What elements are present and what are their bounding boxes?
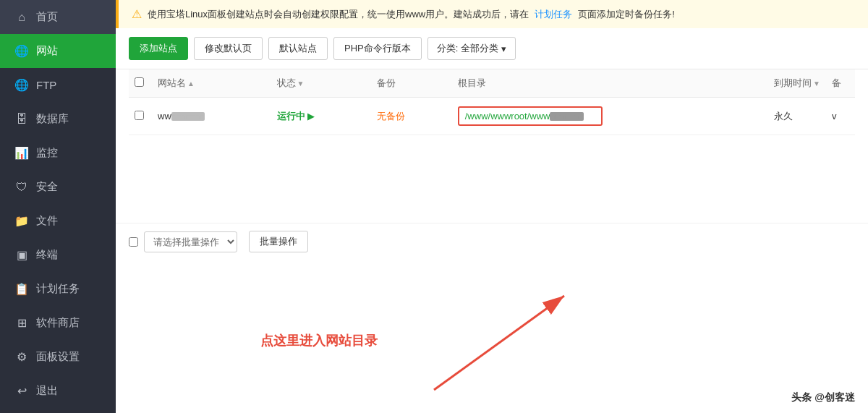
sidebar-item-logout[interactable]: ↩ 退出 — [0, 374, 116, 408]
site-expiry: 永久 — [774, 111, 793, 122]
col-status-header[interactable]: 状态 ▼ — [277, 77, 305, 90]
sidebar-label-ftp: FTP — [36, 79, 56, 91]
site-backup: 无备份 — [377, 111, 405, 122]
sidebar-label-logout: 退出 — [36, 384, 58, 398]
col-status-label: 状态 — [277, 77, 296, 90]
sidebar-label-website: 网站 — [36, 44, 58, 58]
sidebar-label-cron: 计划任务 — [36, 282, 80, 296]
category-label: 分类: 全部分类 — [437, 42, 498, 55]
sidebar-item-panel[interactable]: ⚙ 面板设置 — [0, 340, 116, 374]
sidebar-label-security: 安全 — [36, 180, 58, 194]
modify-default-button[interactable]: 修改默认页 — [194, 37, 263, 60]
svg-line-1 — [434, 296, 564, 390]
website-icon: 🌐 — [14, 44, 29, 58]
monitor-icon: 📊 — [14, 146, 29, 160]
cron-icon: 📋 — [14, 282, 29, 296]
site-rootdir[interactable]: /www/wwwroot/www■■■■■■■ — [458, 106, 603, 126]
add-site-button[interactable]: 添加站点 — [129, 37, 188, 60]
toolbar: 添加站点 修改默认页 默认站点 PHP命令行版本 分类: 全部分类 ▾ — [116, 28, 868, 69]
sidebar-label-panel: 面板设置 — [36, 350, 80, 364]
name-sort-icon: ▲ — [187, 80, 195, 88]
col-ops-label: 备 — [832, 77, 841, 88]
sidebar: ⌂ 首页 🌐 网站 🌐 FTP 🗄 数据库 📊 监控 🛡 安全 📁 文件 ▣ 终… — [0, 0, 116, 413]
col-rootdir-label: 根目录 — [458, 77, 486, 88]
sidebar-item-database[interactable]: 🗄 数据库 — [0, 102, 116, 136]
database-icon: 🗄 — [14, 113, 29, 126]
select-all-checkbox[interactable] — [135, 77, 144, 87]
appstore-icon: ⊞ — [14, 316, 29, 330]
col-expiry-header[interactable]: 到期时间 ▼ — [774, 77, 820, 90]
col-name-label: 网站名 — [158, 77, 186, 90]
sidebar-item-home[interactable]: ⌂ 首页 — [0, 0, 116, 34]
sidebar-label-appstore: 软件商店 — [36, 316, 80, 330]
watermark: 头条 @创客迷 — [791, 391, 855, 404]
col-name-header[interactable]: 网站名 ▲ — [158, 77, 195, 90]
annotation-arrow — [376, 281, 608, 397]
sidebar-item-appstore[interactable]: ⊞ 软件商店 — [0, 306, 116, 340]
chevron-down-icon: ▾ — [501, 43, 506, 54]
content-area: ⚠ 使用宝塔Linux面板创建站点时会自动创建权限配置，统一使用www用户。建站… — [116, 0, 868, 413]
sidebar-label-home: 首页 — [36, 10, 58, 24]
status-arrow-icon: ▶ — [307, 111, 315, 122]
sidebar-item-terminal[interactable]: ▣ 终端 — [0, 238, 116, 272]
files-icon: 📁 — [14, 214, 29, 228]
site-rootdir-cell: /www/wwwroot/www■■■■■■■ — [452, 98, 768, 135]
col-backup-label: 备份 — [377, 77, 396, 88]
table-row: ww■■■■■■■ 运行中 ▶ 无备份 /www/wwwroot/www■■■■… — [129, 98, 855, 135]
security-icon: 🛡 — [14, 181, 29, 194]
batch-row: 请选择批量操作 批量操作 — [116, 223, 868, 260]
logout-icon: ↩ — [14, 384, 29, 398]
annotation-area: 点这里进入网站目录 — [116, 260, 868, 413]
batch-checkbox[interactable] — [129, 237, 138, 247]
sidebar-item-ftp[interactable]: 🌐 FTP — [0, 68, 116, 102]
php-version-button[interactable]: PHP命令行版本 — [333, 37, 422, 60]
annotation-text: 点这里进入网站目录 — [260, 332, 378, 349]
batch-select[interactable]: 请选择批量操作 — [144, 231, 237, 252]
terminal-icon: ▣ — [14, 248, 29, 262]
alert-icon: ⚠ — [132, 7, 142, 21]
status-sort-icon: ▼ — [297, 80, 305, 88]
site-name: ww■■■■■■■ — [158, 111, 205, 122]
main-content: ⚠ 使用宝塔Linux面板创建站点时会自动创建权限配置，统一使用www用户。建站… — [116, 0, 868, 413]
sidebar-label-terminal: 终端 — [36, 248, 58, 262]
sidebar-label-monitor: 监控 — [36, 146, 58, 160]
sidebar-item-website[interactable]: 🌐 网站 — [0, 34, 116, 68]
sidebar-item-security[interactable]: 🛡 安全 — [0, 170, 116, 204]
sidebar-item-monitor[interactable]: 📊 监控 — [0, 136, 116, 170]
home-icon: ⌂ — [14, 11, 29, 24]
category-dropdown[interactable]: 分类: 全部分类 ▾ — [427, 37, 516, 60]
panel-icon: ⚙ — [14, 350, 29, 364]
sidebar-label-files: 文件 — [36, 214, 58, 228]
row-checkbox[interactable] — [135, 111, 144, 120]
sidebar-label-database: 数据库 — [36, 112, 69, 126]
site-ops: v — [832, 111, 837, 122]
default-site-button[interactable]: 默认站点 — [268, 37, 328, 60]
batch-button[interactable]: 批量操作 — [249, 231, 308, 252]
alert-bar: ⚠ 使用宝塔Linux面板创建站点时会自动创建权限配置，统一使用www用户。建站… — [116, 0, 868, 28]
sites-table: 网站名 ▲ 状态 ▼ 备份 根目录 — [129, 69, 855, 135]
site-status: 运行中 — [277, 111, 305, 122]
sidebar-item-cron[interactable]: 📋 计划任务 — [0, 272, 116, 306]
expiry-sort-icon: ▼ — [813, 80, 820, 88]
table-area: 网站名 ▲ 状态 ▼ 备份 根目录 — [116, 69, 868, 223]
ftp-icon: 🌐 — [14, 78, 29, 92]
col-expiry-label: 到期时间 — [774, 77, 812, 90]
sidebar-item-files[interactable]: 📁 文件 — [0, 204, 116, 238]
